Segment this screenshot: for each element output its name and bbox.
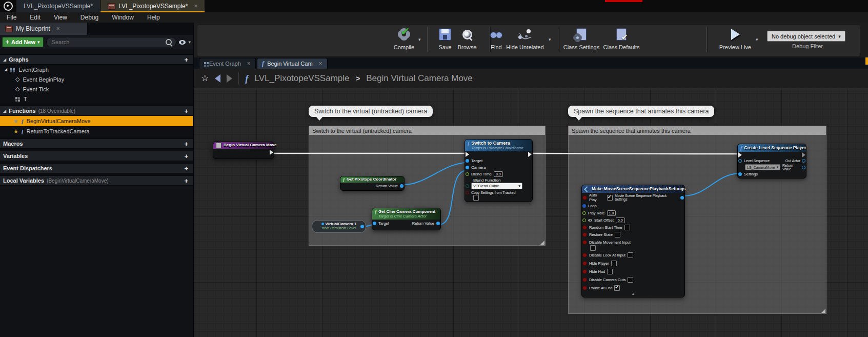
blend-time-input[interactable]: 0.0 [494, 171, 503, 177]
restore-state-checkbox[interactable] [615, 232, 620, 237]
disable-camera-cuts-checkbox[interactable] [628, 277, 633, 283]
random-start-time-checkbox[interactable] [624, 225, 630, 230]
exec-out-pin[interactable] [528, 152, 532, 157]
chevron-down-icon[interactable]: ▾ [188, 39, 191, 45]
pause-at-end-pin[interactable] [582, 286, 587, 290]
hide-player-checkbox[interactable] [611, 261, 617, 266]
exec-out-pin[interactable] [270, 150, 273, 155]
play-rate-pin[interactable] [582, 211, 586, 215]
hide-hud-pin[interactable] [582, 269, 587, 274]
add-macro-button[interactable]: + [183, 140, 190, 148]
search-input[interactable] [51, 38, 163, 46]
preview-live-chevron-icon[interactable]: ▾ [756, 37, 758, 42]
preview-live-button[interactable]: Preview Live [716, 26, 755, 50]
add-graph-button[interactable]: + [183, 56, 190, 64]
hide-player-pin[interactable] [582, 261, 587, 266]
exec-in-pin[interactable] [466, 152, 469, 157]
disable-movement-input-pin[interactable] [582, 240, 587, 245]
menu-window[interactable]: Window [105, 14, 140, 21]
local-variables-header[interactable]: Local Variables (BeginVirtualCameraMove)… [0, 175, 193, 186]
close-icon[interactable]: × [56, 25, 60, 32]
node-begin-virtual-camera-move[interactable]: Begin Virtual Camera Move [213, 142, 274, 159]
blend-function-select[interactable]: VTBlend Cubic▾ [471, 183, 522, 189]
class-settings-button[interactable]: Class Settings [562, 26, 601, 50]
level-sequence-pin[interactable] [738, 159, 742, 163]
asset-tab-level[interactable]: LVL_PixotopeVSSample* [16, 0, 100, 12]
blend-function-pin[interactable] [466, 184, 469, 188]
menu-view[interactable]: View [47, 14, 74, 21]
start-offset-input[interactable]: 0.0 [616, 217, 625, 223]
graph-canvas[interactable]: Switch to the virtual (untracked) camera… [194, 88, 868, 337]
menu-debug[interactable]: Debug [74, 14, 105, 21]
sidebar-item-event-t[interactable]: T [0, 94, 193, 104]
functions-header[interactable]: ◢ Functions (18 Overridable) + [0, 106, 193, 116]
return-value-pin[interactable] [436, 222, 440, 225]
exec-in-pin[interactable] [738, 152, 742, 157]
disable-look-at-input-pin[interactable] [582, 253, 587, 257]
node-get-cine-camera-component[interactable]: f Get Cine Camera Component Target is Ci… [372, 208, 441, 230]
output-pin[interactable] [360, 225, 364, 228]
node-virtual-camera-getter[interactable]: VirtualCamera 1 from Persistent Level [312, 220, 366, 233]
favorite-star-icon[interactable]: ★ [13, 129, 18, 134]
add-local-variable-button[interactable]: + [183, 177, 190, 185]
event-dispatchers-header[interactable]: Event Dispatchers + [0, 163, 193, 173]
add-new-button[interactable]: + Add New ▾ [2, 37, 44, 47]
node-create-level-sequence-player[interactable]: f Create Level Sequence Player Level Seq… [737, 144, 806, 179]
disable-camera-cuts-pin[interactable] [582, 277, 587, 282]
menu-help[interactable]: Help [140, 14, 167, 21]
copy-settings-pin[interactable] [466, 191, 469, 194]
collapse-unconnected-arrow[interactable]: ▲ [582, 292, 684, 296]
breadcrumb-root[interactable]: LVL_PixotopeVSSample [255, 73, 350, 84]
disable-movement-input-checkbox[interactable] [590, 245, 596, 251]
hide-hud-checkbox[interactable] [607, 269, 613, 274]
target-pin[interactable] [373, 222, 376, 225]
tab-event-graph[interactable]: Event Graph × [199, 58, 256, 69]
compile-button[interactable]: ✔ Compile [385, 26, 423, 50]
my-blueprint-tab[interactable]: My Blueprint × [0, 23, 87, 35]
blend-time-pin[interactable] [466, 172, 469, 176]
menu-file[interactable]: File [0, 14, 23, 21]
return-value-pin[interactable] [802, 166, 805, 169]
camera-pin[interactable] [466, 166, 469, 169]
tab-begin-virtual-camera[interactable]: f Begin Virtual Cam × [257, 58, 328, 69]
node-get-pixotope-coordinator[interactable]: f Get Pixotope Coordinator Return Value [340, 176, 405, 191]
sidebar-item-event-tick[interactable]: ◇ Event Tick [0, 84, 193, 94]
pause-at-end-checkbox[interactable] [614, 285, 620, 291]
back-arrow-icon[interactable] [215, 74, 220, 83]
target-pin[interactable] [466, 159, 469, 163]
sidebar-item-event-beginplay[interactable]: ◇ Event BeginPlay [0, 74, 193, 84]
loop-pin[interactable] [582, 204, 586, 208]
add-variable-button[interactable]: + [183, 152, 190, 160]
class-defaults-button[interactable]: ✔ Class Defaults [602, 26, 641, 50]
add-function-button[interactable]: + [183, 107, 190, 115]
return-value-pin[interactable] [400, 184, 403, 188]
unreal-logo[interactable] [0, 0, 16, 12]
hide-unrelated-chevron-icon[interactable]: ▾ [549, 37, 551, 42]
macros-header[interactable]: Macros + [0, 138, 193, 149]
sidebar-item-beginvirtualcameramove[interactable]: ★ f BeginVirtualCameraMove [0, 116, 193, 126]
auto-play-checkbox[interactable] [607, 195, 613, 201]
favorite-star-icon[interactable]: ☆ [201, 73, 209, 84]
close-icon[interactable]: × [247, 60, 251, 67]
node-switch-to-camera[interactable]: f Switch to Camera Target is Pixotope Co… [465, 139, 533, 202]
hide-unrelated-button[interactable]: Hide Unrelated [506, 26, 544, 50]
sidebar-item-eventgraph[interactable]: ◢ EventGraph [0, 65, 193, 74]
favorite-star-icon[interactable]: ★ [13, 118, 18, 124]
debug-object-dropdown[interactable]: No debug object selected ▾ [767, 31, 845, 42]
copy-settings-checkbox[interactable] [473, 195, 479, 201]
settings-pin[interactable] [738, 172, 742, 176]
start-offset-pin[interactable] [582, 219, 586, 222]
disable-look-at-input-checkbox[interactable] [628, 252, 633, 258]
play-rate-input[interactable]: 1.0 [607, 210, 616, 216]
forward-arrow-icon[interactable] [227, 74, 232, 83]
compile-options-chevron-icon[interactable]: ▾ [418, 37, 421, 42]
close-icon[interactable]: × [319, 60, 322, 67]
add-event-dispatcher-button[interactable]: + [183, 165, 190, 172]
graphs-header[interactable]: ◢ Graphs + [0, 54, 193, 65]
visibility-eye-icon[interactable] [179, 40, 186, 45]
menu-edit[interactable]: Edit [23, 14, 47, 21]
level-sequence-select[interactable]: LS_CameraMove▾ [745, 164, 780, 170]
close-icon[interactable]: × [194, 3, 197, 10]
restore-state-pin[interactable] [582, 232, 587, 237]
exec-out-pin[interactable] [802, 152, 805, 157]
